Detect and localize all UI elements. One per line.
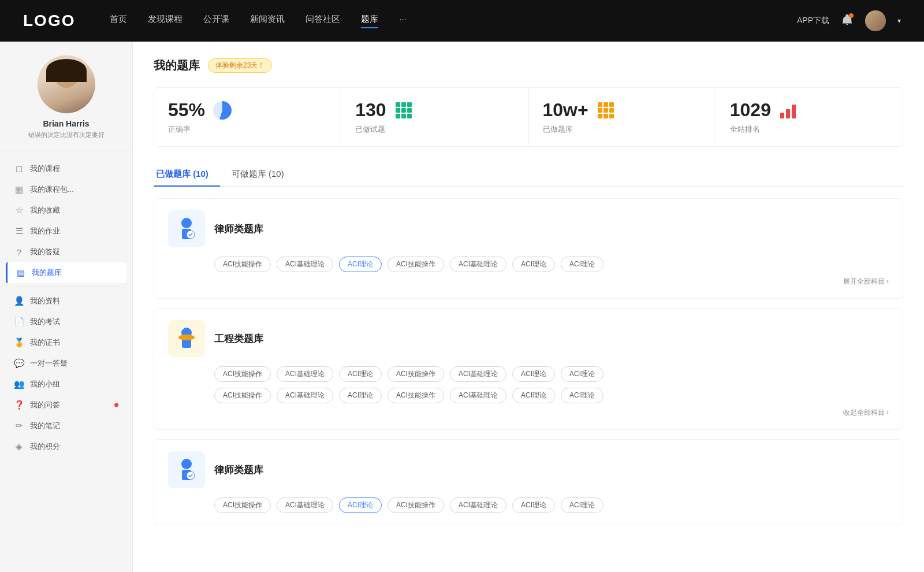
- expand-link-lawyer1[interactable]: 展开全部科目 ›: [168, 277, 889, 287]
- sidebar-item-qbank[interactable]: ▤ 我的题库: [6, 262, 126, 283]
- collapse-link-engineer[interactable]: 收起全部科目 ›: [168, 408, 889, 418]
- tag[interactable]: ACI理论: [339, 388, 382, 403]
- sidebar-item-1on1[interactable]: 💬 一对一答疑: [6, 353, 126, 374]
- sidebar-item-courses[interactable]: ◻ 我的课程: [6, 158, 126, 179]
- svg-point-0: [181, 218, 192, 228]
- tag[interactable]: ACI理论: [561, 257, 603, 272]
- qbank-title-engineer: 工程类题库: [214, 332, 263, 346]
- tabs: 已做题库 (10) 可做题库 (10): [154, 163, 903, 187]
- stats-row: 55% 正确率 130: [154, 87, 903, 147]
- tag[interactable]: ACI理论: [561, 497, 603, 513]
- profile-name: Brian Harris: [12, 119, 121, 128]
- tag[interactable]: ACI技能操作: [214, 366, 271, 382]
- tag[interactable]: ACI理论: [512, 497, 555, 513]
- stat-accuracy: 55% 正确率: [154, 88, 341, 146]
- groups-icon: 👥: [14, 379, 24, 389]
- nav-link-news[interactable]: 新闻资讯: [250, 14, 285, 28]
- tag[interactable]: ACI理论: [512, 366, 555, 382]
- sidebar-item-notes[interactable]: ✏ 我的笔记: [6, 415, 126, 436]
- tag[interactable]: ACI理论: [512, 388, 555, 403]
- sidebar-item-profile[interactable]: 👤 我的资料: [6, 291, 126, 311]
- avatar-chevron-icon[interactable]: ▾: [897, 17, 901, 25]
- myqa-icon: ❓: [14, 400, 24, 410]
- stat-done-banks-value: 10w+: [543, 99, 588, 121]
- sidebar-divider: [14, 287, 118, 287]
- nav-link-qbank[interactable]: 题库: [361, 14, 378, 28]
- stat-rank: 1029 全站排名: [716, 88, 903, 146]
- main-content: 我的题库 体验剩余23天！ 55% 正确率 130: [133, 42, 924, 572]
- tag[interactable]: ACI基础理论: [277, 388, 333, 403]
- qbank-icon-engineer: [168, 320, 205, 357]
- sidebar-item-course-package[interactable]: ▦ 我的课程包...: [6, 179, 126, 200]
- tag[interactable]: ACI技能操作: [214, 257, 271, 272]
- sidebar-item-exam[interactable]: 📄 我的考试: [6, 311, 126, 332]
- stat-done-questions-label: 已做试题: [355, 124, 514, 135]
- rank-icon: [778, 100, 799, 121]
- qbank-icon-lawyer1: [168, 210, 205, 247]
- qbank-card-engineer: 工程类题库 ACI技能操作 ACI基础理论 ACI理论 ACI技能操作 ACI基…: [154, 308, 903, 430]
- nav-logo: LOGO: [23, 12, 75, 30]
- stat-rank-value: 1029: [730, 99, 771, 121]
- tag[interactable]: ACI基础理论: [277, 366, 333, 382]
- sidebar-item-homework[interactable]: ☰ 我的作业: [6, 221, 126, 242]
- courses-icon: ◻: [14, 164, 24, 174]
- user-avatar[interactable]: [865, 10, 886, 31]
- tag[interactable]: ACI基础理论: [450, 388, 506, 403]
- sidebar-menu: ◻ 我的课程 ▦ 我的课程包... ☆ 我的收藏 ☰ 我的作业 ? 我的答疑 ▤…: [0, 158, 132, 457]
- qbank-icon: ▤: [16, 268, 26, 278]
- main-layout: Brian Harris 错误的决定比没有决定要好 ◻ 我的课程 ▦ 我的课程包…: [0, 42, 924, 572]
- qbank-header-lawyer1: 律师类题库: [168, 210, 889, 247]
- tag[interactable]: ACI基础理论: [277, 497, 333, 513]
- stat-rank-label: 全站排名: [730, 124, 889, 135]
- points-icon: ◈: [14, 441, 24, 452]
- questions-icon: ?: [14, 247, 24, 257]
- tag[interactable]: ACI技能操作: [388, 497, 444, 513]
- tag[interactable]: ACI基础理论: [450, 497, 506, 513]
- bell-button[interactable]: [841, 13, 854, 28]
- tag[interactable]: ACI基础理论: [277, 257, 333, 272]
- nav-link-more[interactable]: ···: [399, 14, 407, 28]
- svg-point-6: [181, 459, 192, 469]
- tag-active[interactable]: ACI理论: [339, 497, 382, 513]
- qbank-tags-engineer-row1: ACI技能操作 ACI基础理论 ACI理论 ACI技能操作 ACI基础理论 AC…: [214, 366, 889, 382]
- qbank-card-lawyer2: 律师类题库 ACI技能操作 ACI基础理论 ACI理论 ACI技能操作 ACI基…: [154, 439, 903, 525]
- bell-notification-dot: [849, 13, 854, 18]
- tag[interactable]: ACI技能操作: [214, 497, 271, 513]
- nav-link-discover[interactable]: 发现课程: [148, 14, 182, 28]
- tag[interactable]: ACI理论: [561, 366, 603, 382]
- nav-app-download[interactable]: APP下载: [797, 16, 829, 26]
- sidebar-item-groups[interactable]: 👥 我的小组: [6, 374, 126, 395]
- sidebar-item-questions[interactable]: ? 我的答疑: [6, 242, 126, 262]
- svg-point-5: [178, 335, 195, 340]
- tag[interactable]: ACI技能操作: [214, 388, 271, 403]
- tag[interactable]: ACI技能操作: [388, 388, 444, 403]
- navbar: LOGO 首页 发现课程 公开课 新闻资讯 问答社区 题库 ··· APP下载 …: [0, 0, 924, 42]
- sidebar-item-myqa[interactable]: ❓ 我的问答: [6, 395, 126, 415]
- sidebar-item-cert[interactable]: 🏅 我的证书: [6, 332, 126, 353]
- nav-link-open[interactable]: 公开课: [203, 14, 229, 28]
- tag[interactable]: ACI理论: [512, 257, 555, 272]
- sidebar: Brian Harris 错误的决定比没有决定要好 ◻ 我的课程 ▦ 我的课程包…: [0, 42, 133, 572]
- tag[interactable]: ACI技能操作: [388, 366, 444, 382]
- tag[interactable]: ACI基础理论: [450, 366, 506, 382]
- profile-icon: 👤: [14, 296, 24, 306]
- tab-todo[interactable]: 可做题库 (10): [229, 163, 296, 185]
- qbank-header-lawyer2: 律师类题库: [168, 451, 889, 488]
- profile-section: Brian Harris 错误的决定比没有决定要好: [0, 55, 132, 151]
- tag[interactable]: ACI基础理论: [450, 257, 506, 272]
- sidebar-item-points[interactable]: ◈ 我的积分: [6, 436, 126, 457]
- nav-link-qa[interactable]: 问答社区: [305, 14, 340, 28]
- tab-done[interactable]: 已做题库 (10): [154, 163, 220, 185]
- cert-icon: 🏅: [14, 337, 24, 348]
- tag[interactable]: ACI理论: [561, 388, 603, 403]
- nav-link-home[interactable]: 首页: [110, 14, 127, 28]
- homework-icon: ☰: [14, 226, 24, 236]
- qbank-tags-lawyer1: ACI技能操作 ACI基础理论 ACI理论 ACI技能操作 ACI基础理论 AC…: [214, 257, 889, 272]
- qbank-title-lawyer2: 律师类题库: [214, 463, 263, 477]
- done-banks-icon: [595, 100, 616, 121]
- tag[interactable]: ACI理论: [339, 366, 382, 382]
- tag[interactable]: ACI技能操作: [388, 257, 444, 272]
- tag-active[interactable]: ACI理论: [339, 257, 382, 272]
- sidebar-item-favorites[interactable]: ☆ 我的收藏: [6, 200, 126, 221]
- avatar: [38, 55, 95, 113]
